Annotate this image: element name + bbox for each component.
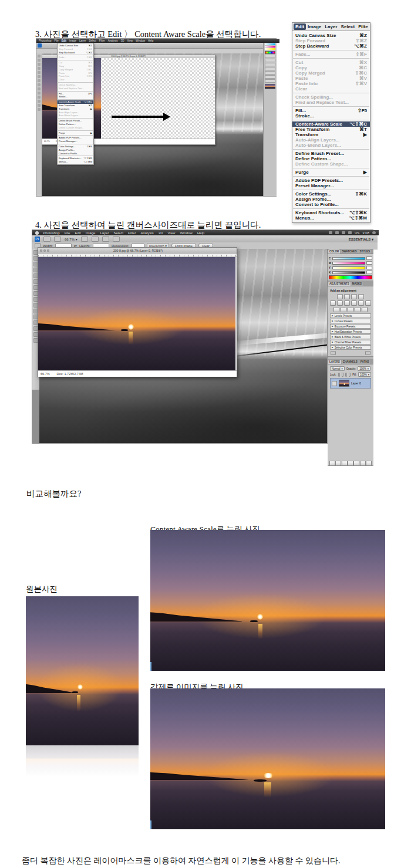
visibility-eye-icon[interactable]: [332, 381, 337, 386]
tab-swatches[interactable]: SWATCHES: [341, 249, 358, 254]
menu-item-define-custom-shape[interactable]: Define Custom Shape...: [292, 161, 370, 167]
menu-item-step-backward[interactable]: Step Backward⌥⌘Z: [58, 51, 93, 55]
menu-item-check-spelling[interactable]: Check Spelling...: [292, 94, 370, 100]
panel-icon[interactable]: [335, 461, 341, 466]
preset-black-white-presets[interactable]: ▶Black & White Presets: [330, 335, 371, 339]
menu-item-color-settings[interactable]: Color Settings...⇧⌘K: [292, 191, 370, 197]
panel-icon[interactable]: [355, 307, 361, 312]
menubar-item-filter[interactable]: Filter: [99, 39, 106, 42]
menubar-item-photoshop[interactable]: Photoshop: [42, 231, 60, 235]
screen-mode-icon[interactable]: [113, 237, 120, 242]
view-extras-icon[interactable]: [54, 237, 61, 242]
tool-icon[interactable]: [38, 87, 41, 90]
tab-paths[interactable]: PATHS: [359, 360, 370, 364]
tool-icon[interactable]: [38, 83, 41, 86]
menu-item-assign-profile[interactable]: Assign Profile...: [292, 197, 370, 202]
menu-item-preset-manager[interactable]: Preset Manager...: [292, 183, 370, 188]
panel-icon[interactable]: [348, 461, 353, 466]
tool-icon[interactable]: [38, 79, 41, 82]
tab-channels[interactable]: CHANNELS: [342, 360, 359, 364]
menubar-item-file[interactable]: File: [54, 39, 59, 42]
menu-item-fill[interactable]: Fill...⇧F5: [292, 108, 370, 113]
spotlight-icon[interactable]: [372, 231, 376, 234]
menubar-item-edit[interactable]: Edit: [61, 39, 67, 42]
menu-item-define-custom-shape[interactable]: Define Custom Shape...: [58, 126, 93, 130]
panel-icon[interactable]: [360, 461, 366, 466]
menu-item-convert-to-profile[interactable]: Convert to Profile...: [58, 152, 93, 156]
menu-item-menus[interactable]: Menus...⌥⇧⌘M: [58, 160, 93, 164]
menu-item-step-forward[interactable]: Step Forward⇧⌘Z: [292, 38, 370, 43]
color-ramp[interactable]: [329, 275, 372, 279]
menu-item-transform[interactable]: Transform▶: [292, 132, 370, 137]
preset-selective-color-presets[interactable]: ▶Selective Color Presets: [330, 345, 371, 350]
statusbar-zoom[interactable]: 66.7%: [41, 372, 50, 376]
menu-item-fade[interactable]: Fade...⇧⌘F: [292, 52, 370, 57]
panel-icon[interactable]: [333, 307, 339, 312]
rotate-view-icon[interactable]: [92, 237, 99, 242]
menu-item-menus[interactable]: Menus...⌥⇧⌘M: [292, 215, 370, 221]
panel-icon[interactable]: [353, 461, 359, 466]
menu-item-paste-into[interactable]: Paste Into⇧⌘V: [292, 81, 370, 86]
tool-icon[interactable]: [38, 100, 41, 103]
apple-icon[interactable]: [35, 231, 39, 235]
hand-tool-icon[interactable]: [81, 237, 88, 242]
photoshop-logo-icon[interactable]: Ps: [35, 237, 40, 242]
menu-item-convert-to-profile[interactable]: Convert to Profile...: [292, 202, 370, 207]
document-window-large[interactable]: 200-8.jpg @ 66.7% (Layer 0, RGB/8*) 66.7…: [38, 247, 237, 377]
menu-item-paste[interactable]: Paste⌘V: [292, 76, 370, 81]
menu-filte[interactable]: Filte: [356, 23, 369, 30]
fill-value[interactable]: 100%▾: [358, 372, 371, 377]
menu-image[interactable]: Image: [306, 23, 323, 30]
tool-icon[interactable]: [38, 67, 41, 70]
menu-item-undo-canvas-size[interactable]: Undo Canvas Size⌘Z: [292, 33, 370, 38]
opacity-value[interactable]: 100%▾: [358, 366, 370, 371]
tool-icon[interactable]: [38, 63, 41, 66]
menu-layer[interactable]: Layer: [323, 23, 339, 30]
clock[interactable]: 3:08: [362, 231, 369, 235]
panel-icon[interactable]: [351, 294, 357, 299]
menu-item-find-and-replace-text[interactable]: Find and Replace Text...: [292, 100, 370, 105]
switch-panel-icon[interactable]: [365, 351, 370, 355]
tool-icon[interactable]: [38, 92, 41, 94]
menubar-item-help[interactable]: Help: [147, 39, 154, 42]
menu-item-copy-merged[interactable]: Copy Merged⇧⌘C: [292, 70, 370, 76]
menubar-item-3d[interactable]: 3D: [158, 231, 164, 235]
blend-mode-select[interactable]: Normal▾: [330, 366, 345, 371]
input-language[interactable]: US: [355, 231, 359, 235]
menu-item-preset-manager[interactable]: Preset Manager...: [58, 140, 93, 143]
panel-icon[interactable]: [344, 294, 350, 299]
menubar-item-filter[interactable]: Filter: [127, 231, 136, 235]
menu-item-content-aware-scale[interactable]: Content-Aware Scale⌥⇧⌘C: [292, 121, 370, 127]
menubar-item-analysis[interactable]: Analysis: [107, 39, 119, 42]
lock-position-icon[interactable]: [345, 373, 347, 377]
menu-item-stroke[interactable]: Stroke...: [58, 95, 93, 99]
menu-item-clear[interactable]: Clear: [58, 78, 93, 82]
expand-icon[interactable]: [331, 351, 336, 355]
tool-icon[interactable]: [38, 104, 41, 107]
menu-item-step-backward[interactable]: Step Backward⌥⌘Z: [292, 43, 370, 49]
workspace-switcher[interactable]: ESSENTIALS ▾: [349, 237, 375, 241]
preset-curves-presets[interactable]: ▶Curves Presets: [330, 319, 371, 323]
preset-channel-mixer-presets[interactable]: ▶Channel Mixer Presets: [330, 340, 371, 345]
tab-styles[interactable]: STYLES: [358, 249, 371, 254]
menubar-item-view[interactable]: View: [126, 39, 133, 42]
tool-icon[interactable]: [38, 96, 41, 99]
menubar-item-edit[interactable]: Edit: [74, 231, 81, 235]
panel-icon[interactable]: [337, 294, 343, 299]
menu-item-auto-blend-layers[interactable]: Auto-Blend Layers...: [58, 114, 93, 117]
tool-icon[interactable]: [38, 55, 41, 58]
color-slider-k[interactable]: K: [329, 271, 372, 274]
tool-icon[interactable]: [38, 75, 41, 78]
menu-item-purge[interactable]: Purge▶: [292, 170, 370, 175]
menu-item-clear[interactable]: Clear: [292, 86, 370, 92]
menubar-item-image[interactable]: Image: [69, 39, 78, 42]
menubar-item-image[interactable]: Image: [85, 231, 96, 235]
panel-icon[interactable]: [341, 307, 346, 312]
lock-all-icon[interactable]: [349, 373, 351, 377]
menu-item-stroke[interactable]: Stroke...: [292, 113, 370, 119]
sync-icon[interactable]: [329, 231, 332, 234]
arrange-documents-icon[interactable]: [102, 237, 109, 242]
menu-item-free-transform[interactable]: Free Transform⌘T: [292, 127, 370, 132]
menubar-item-select[interactable]: Select: [88, 39, 97, 42]
menu-item-define-brush-preset[interactable]: Define Brush Preset...: [292, 151, 370, 156]
